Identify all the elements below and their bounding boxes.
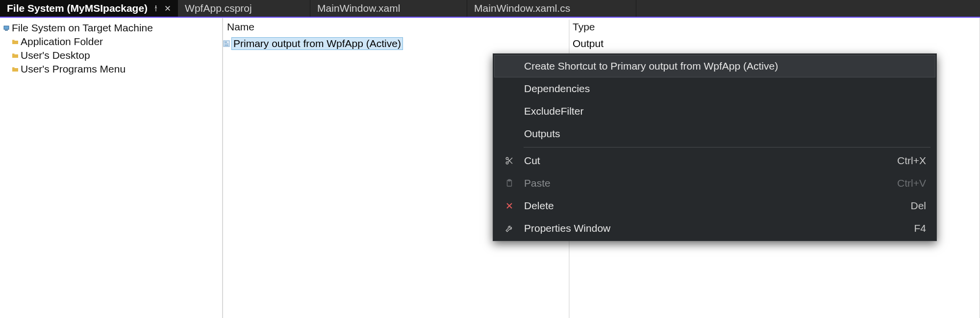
tab-label: WpfApp.csproj <box>185 2 252 14</box>
tab-mainwindow-xaml-cs[interactable]: MainWindow.xaml.cs <box>467 0 636 17</box>
tab-label: MainWindow.xaml <box>317 2 400 14</box>
tab-csproj[interactable]: WpfApp.csproj <box>178 0 310 17</box>
menu-cut[interactable]: Cut Ctrl+X <box>494 149 935 172</box>
folder-icon <box>12 53 19 58</box>
scissors-icon <box>495 156 524 165</box>
svg-point-6 <box>506 162 508 164</box>
svg-rect-4 <box>225 44 228 45</box>
tab-label: File System (MyMSIpackage) <box>7 2 148 14</box>
menu-label: Create Shortcut to Primary output from W… <box>524 60 926 72</box>
menu-label: Properties Window <box>524 222 914 234</box>
cell-type: Output <box>569 38 603 49</box>
menu-label: Cut <box>524 155 897 167</box>
content-header: Name Type <box>223 18 980 36</box>
menu-separator <box>524 147 930 147</box>
file-system-tree: File System on Target Machine Applicatio… <box>0 18 223 318</box>
tree-root-label: File System on Target Machine <box>12 22 153 34</box>
tree-item-users-desktop[interactable]: User's Desktop <box>2 49 220 62</box>
tree-item-label: User's Desktop <box>21 49 90 61</box>
menu-label: ExcludeFilter <box>524 105 926 117</box>
folder-icon <box>12 39 19 45</box>
folder-icon <box>12 67 19 72</box>
delete-icon <box>495 202 524 210</box>
menu-shortcut: F4 <box>914 222 926 234</box>
tree-item-label: Application Folder <box>21 36 103 48</box>
tab-label: MainWindow.xaml.cs <box>474 2 570 14</box>
cell-name: Primary output from WpfApp (Active) <box>231 37 403 50</box>
close-icon[interactable] <box>164 5 171 12</box>
column-header-name[interactable]: Name <box>223 21 569 33</box>
svg-rect-3 <box>225 42 227 43</box>
clipboard-icon <box>495 179 524 188</box>
context-menu: Create Shortcut to Primary output from W… <box>493 53 937 241</box>
wrench-icon <box>495 224 524 233</box>
menu-label: Paste <box>524 177 897 189</box>
svg-rect-1 <box>5 30 8 31</box>
svg-point-7 <box>506 157 508 160</box>
menu-label: Delete <box>524 200 910 212</box>
tab-mainwindow-xaml[interactable]: MainWindow.xaml <box>310 0 467 17</box>
menu-shortcut: Del <box>910 200 926 212</box>
menu-shortcut: Ctrl+X <box>897 155 926 167</box>
menu-label: Outputs <box>524 128 926 140</box>
menu-label: Dependencies <box>524 83 926 95</box>
menu-excludefilter[interactable]: ExcludeFilter <box>494 100 935 122</box>
menu-properties-window[interactable]: Properties Window F4 <box>494 217 935 240</box>
machine-icon <box>3 25 10 31</box>
svg-rect-0 <box>4 26 9 29</box>
output-icon <box>223 40 230 47</box>
svg-rect-5 <box>225 45 228 46</box>
tabstrip-fill <box>636 0 980 17</box>
document-tabstrip: File System (MyMSIpackage) WpfApp.csproj… <box>0 0 980 18</box>
tree-item-users-programs-menu[interactable]: User's Programs Menu <box>2 62 220 76</box>
pin-icon[interactable] <box>152 5 159 12</box>
menu-shortcut: Ctrl+V <box>897 177 926 189</box>
tree-item-label: User's Programs Menu <box>21 63 126 75</box>
menu-outputs[interactable]: Outputs <box>494 122 935 145</box>
list-row-primary-output[interactable]: Primary output from WpfApp (Active) Outp… <box>223 36 980 51</box>
menu-paste: Paste Ctrl+V <box>494 172 935 195</box>
menu-dependencies[interactable]: Dependencies <box>494 77 935 100</box>
column-header-type[interactable]: Type <box>569 21 980 33</box>
menu-create-shortcut[interactable]: Create Shortcut to Primary output from W… <box>494 55 935 77</box>
tree-item-application-folder[interactable]: Application Folder <box>2 35 220 49</box>
tab-file-system[interactable]: File System (MyMSIpackage) <box>0 0 178 17</box>
tree-root[interactable]: File System on Target Machine <box>2 21 220 35</box>
menu-delete[interactable]: Delete Del <box>494 195 935 217</box>
